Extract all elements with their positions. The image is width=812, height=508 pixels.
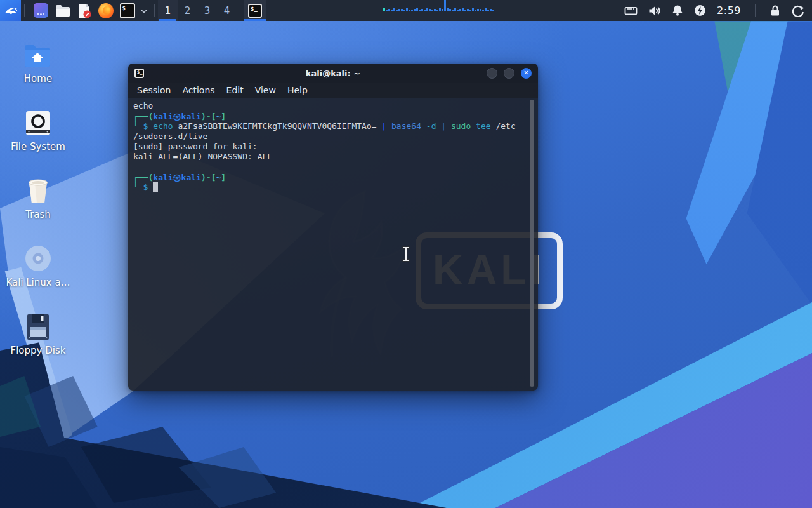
launcher-terminal-button[interactable]: $_ [119,3,135,18]
firefox-icon [98,3,114,18]
workspace-pager: 1 2 3 4 [158,0,237,21]
menu-edit[interactable]: Edit [221,84,249,97]
logout-button[interactable] [792,4,804,17]
desktop-icon-floppy-disk[interactable]: Floppy Disk [8,306,69,356]
terminal-icon: $_ [120,3,135,18]
desktop-icon-file-system[interactable]: File System [8,102,69,152]
window-title: kali@kali: ~ [128,69,538,78]
terminal-titlebar[interactable]: $_ kali@kali: ~ ✕ [128,64,538,83]
bell-icon [672,4,683,17]
ibeam-mouse-cursor [400,246,412,262]
workspace-label: 2 [185,5,191,17]
home-folder-icon [23,43,53,69]
workspace-1[interactable]: 1 [158,0,178,21]
workspace-4[interactable]: 4 [217,0,237,21]
kali-logo-icon [3,3,18,18]
clock[interactable]: 2:59 [717,4,741,17]
menu-view[interactable]: View [250,84,281,97]
terminal-content[interactable]: echo┌──(kali㉿kali)-[~]└─$ echo a2FsaSBBT… [128,98,538,391]
maximize-button[interactable] [504,68,514,79]
workspace-3[interactable]: 3 [197,0,217,21]
folder-icon [55,4,70,17]
quick-launcher: $_ [28,3,151,18]
minimize-button[interactable] [487,68,497,79]
menu-session[interactable]: Session [132,84,176,97]
notifications-button[interactable] [672,4,683,17]
trash-icon [25,178,51,204]
desktop-icon-label: Trash [25,209,51,220]
desktop-icon-home[interactable]: Home [8,34,69,84]
floppy-icon [25,314,51,340]
desktop-icon-label: Home [24,73,52,84]
desktop-icon-label: File System [11,141,65,152]
terminal-lines: echo┌──(kali㉿kali)-[~]└─$ echo a2FsaSBBT… [133,101,525,192]
system-monitor-graph[interactable] [383,0,529,11]
desktop-icon-trash[interactable]: Trash [8,170,69,220]
terminal-menubar: Session Actions Edit View Help [128,83,538,98]
power-icon [694,4,706,17]
cdrom-icon [24,244,52,272]
launcher-text-editor-button[interactable] [76,3,92,18]
appfinder-icon [34,3,48,18]
window-controls: ✕ [487,68,532,79]
system-tray: 2:59 [624,4,812,17]
menu-help[interactable]: Help [282,84,313,97]
panel-separator [24,4,25,17]
logout-icon [792,4,804,17]
terminal-window: $_ kali@kali: ~ ✕ Session Actions Edit V… [128,64,538,391]
launcher-appfinder-button[interactable] [33,3,49,18]
lock-screen-button[interactable] [769,4,781,17]
desktop-icon-label: Kali Linux a… [6,277,70,288]
menu-actions[interactable]: Actions [177,84,219,97]
panel-separator [154,4,155,17]
drive-icon [24,110,52,137]
chevron-down-icon[interactable] [140,8,148,13]
desktop-icon-kali-cd[interactable]: Kali Linux a… [8,238,69,288]
network-icon [624,5,638,17]
speaker-icon [648,5,661,17]
workspace-2[interactable]: 2 [178,0,197,21]
terminal-icon: $_ [248,4,262,18]
network-status-button[interactable] [624,5,638,17]
top-panel: $_ 1 2 3 4 $_ [0,0,812,21]
applications-menu-button[interactable] [0,0,21,21]
lock-icon [769,4,781,17]
launcher-file-manager-button[interactable] [55,3,70,18]
panel-separator [755,4,756,17]
workspace-label: 1 [165,5,171,17]
desktop-icon-label: Floppy Disk [11,345,66,356]
volume-button[interactable] [648,5,661,17]
panel-separator [240,4,240,17]
power-manager-button[interactable] [694,4,706,17]
terminal-scrollbar[interactable] [530,100,534,387]
workspace-label: 3 [204,5,211,17]
launcher-firefox-button[interactable] [98,3,114,18]
workspace-label: 4 [224,5,230,17]
taskbar-terminal-window-button[interactable]: $_ [244,0,266,21]
terminal-window-icon: $_ [134,69,144,78]
text-editor-icon [77,3,91,18]
close-button[interactable]: ✕ [521,68,532,79]
